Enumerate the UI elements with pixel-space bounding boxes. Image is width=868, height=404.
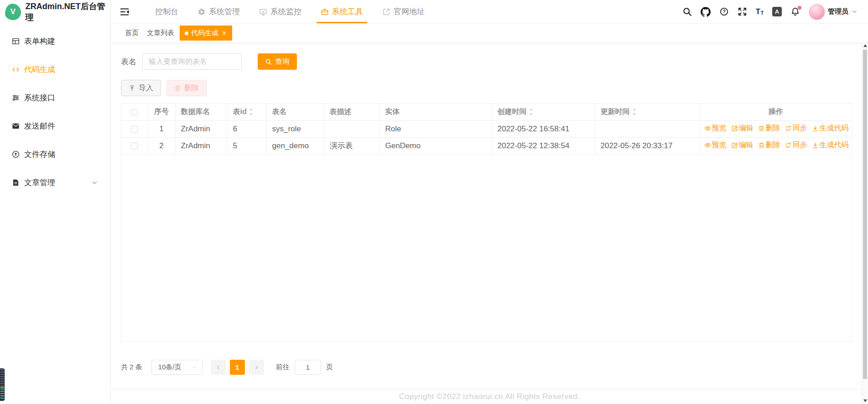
data-table: 序号 数据库名 表id 表名 表描述 实体 创建时间 更新时间 操作	[121, 103, 852, 342]
sliders-icon	[11, 93, 20, 102]
navbar-tools: ? TT A 管理员	[682, 4, 858, 20]
tab-home[interactable]: 首页	[122, 26, 141, 40]
upload-icon	[129, 85, 135, 92]
delete-button[interactable]: 删除	[166, 80, 207, 96]
generate-code-link[interactable]: 生成代码	[812, 124, 849, 133]
nav-item-label: 官网地址	[394, 6, 425, 17]
font-size-glyph-small: T	[761, 11, 764, 16]
goto-unit: 页	[326, 363, 333, 372]
pagination: 共 2 条 10条/页 1 前往 页	[121, 360, 852, 375]
cell-created-at: 2022-05-22 12:38:54	[492, 137, 595, 154]
sidebar: V ZRAdmin.NET后台管理 表单构建 代码生成 系统接口 发送邮件	[0, 0, 111, 404]
nav-item-system-management[interactable]: 系统管理	[188, 0, 249, 23]
trash-icon	[758, 125, 765, 132]
query-button[interactable]: 查询	[258, 53, 297, 70]
table-toolbar: 导入 删除	[121, 80, 852, 96]
sidebar-item-label: 文章管理	[24, 177, 55, 188]
scroll-down-arrow[interactable]	[863, 399, 867, 402]
main-area: 控制台 系统管理 系统监控 系统工具 官网地址	[111, 0, 868, 404]
tab-bar: 首页 文章列表 代码生成	[111, 23, 868, 42]
select-all-checkbox[interactable]	[131, 109, 138, 116]
trash-icon	[174, 85, 181, 92]
col-seq: 序号	[148, 104, 175, 120]
sidebar-item-code-generation[interactable]: 代码生成	[0, 55, 110, 83]
fullscreen-icon[interactable]	[738, 7, 747, 16]
preview-link[interactable]: 预览	[704, 140, 727, 150]
nav-item-system-monitor[interactable]: 系统监控	[249, 0, 311, 23]
chevron-down-icon	[91, 179, 99, 186]
nav-item-system-tools[interactable]: 系统工具	[311, 0, 373, 23]
nav-item-console[interactable]: 控制台	[146, 0, 188, 23]
row-checkbox[interactable]	[131, 126, 138, 133]
col-updated-at[interactable]: 更新时间	[595, 104, 700, 120]
cell-entity: Role	[379, 120, 492, 137]
nav-item-official-site[interactable]: 官网地址	[373, 0, 434, 23]
cell-updated-at	[595, 120, 700, 137]
help-icon[interactable]: ?	[719, 7, 729, 16]
scrollbar-thumb[interactable]	[863, 50, 867, 379]
logo-icon: V	[5, 4, 21, 20]
vertical-scrollbar[interactable]	[862, 42, 868, 404]
cell-table-id: 5	[227, 137, 266, 154]
copyright-text: Copyright ©2022 izhaorui.cn All Rights R…	[399, 392, 580, 401]
font-size-glyph-large: T	[756, 8, 760, 16]
cloud-upload-icon	[11, 150, 20, 159]
mail-icon	[11, 122, 20, 130]
scroll-up-arrow[interactable]	[863, 44, 867, 47]
prev-page-button[interactable]	[211, 360, 226, 375]
col-table-id[interactable]: 表id	[227, 104, 266, 120]
sort-icon[interactable]	[529, 108, 534, 116]
sort-icon[interactable]	[249, 108, 254, 116]
sidebar-item-send-mail[interactable]: 发送邮件	[0, 112, 110, 140]
sidebar-item-system-api[interactable]: 系统接口	[0, 83, 110, 112]
preview-link[interactable]: 预览	[704, 124, 727, 133]
download-icon	[812, 125, 819, 132]
cell-seq: 1	[148, 120, 175, 137]
sidebar-item-file-storage[interactable]: 文件存储	[0, 140, 110, 168]
page-size-select[interactable]: 10条/页	[151, 360, 203, 375]
active-dot-icon	[185, 31, 188, 35]
font-size-icon[interactable]: TT	[756, 8, 764, 16]
sidebar-item-article-management[interactable]: 文章管理	[0, 168, 110, 197]
language-icon[interactable]: A	[772, 7, 782, 16]
sidebar-collapse-icon[interactable]	[119, 6, 130, 17]
sync-link[interactable]: 同步	[785, 124, 807, 133]
import-button[interactable]: 导入	[121, 80, 161, 96]
widget-teal-stripes	[0, 388, 4, 400]
sync-link[interactable]: 同步	[785, 140, 807, 150]
tab-code-generation[interactable]: 代码生成	[180, 26, 232, 41]
app-logo[interactable]: V ZRAdmin.NET后台管理	[0, 0, 110, 23]
sidebar-item-form-builder[interactable]: 表单构建	[0, 27, 110, 55]
content: 表名 查询 导入 删除	[111, 42, 868, 389]
next-page-button[interactable]	[249, 360, 264, 375]
cell-updated-at: 2022-05-26 20:33:17	[595, 137, 700, 154]
edit-link[interactable]: 编辑	[731, 140, 754, 150]
row-checkbox[interactable]	[131, 143, 138, 150]
tab-article-list[interactable]: 文章列表	[144, 26, 177, 40]
delete-link[interactable]: 删除	[758, 140, 780, 150]
select-all-header[interactable]	[121, 104, 148, 120]
cell-table-id: 6	[227, 120, 266, 137]
delete-link[interactable]: 删除	[758, 124, 780, 133]
tab-label: 代码生成	[191, 29, 218, 37]
table-name-input[interactable]	[142, 53, 242, 70]
github-icon[interactable]	[701, 7, 711, 17]
search-icon	[265, 58, 272, 65]
close-icon[interactable]	[221, 30, 227, 36]
user-menu[interactable]: 管理员	[809, 4, 858, 20]
sidebar-item-label: 发送邮件	[24, 121, 55, 131]
sidebar-item-label: 文件存储	[24, 149, 55, 160]
search-icon[interactable]	[682, 7, 692, 16]
sort-icon[interactable]	[632, 108, 637, 116]
goto-page-input[interactable]	[295, 360, 321, 375]
user-name: 管理员	[828, 7, 848, 16]
notification-bell-icon[interactable]	[790, 7, 800, 16]
col-created-at[interactable]: 创建时间	[492, 104, 595, 120]
generate-code-link[interactable]: 生成代码	[812, 140, 849, 150]
page-size-value: 10条/页	[158, 363, 182, 372]
document-icon	[11, 178, 20, 187]
nav-item-label: 系统工具	[332, 6, 363, 17]
edit-link[interactable]: 编辑	[731, 124, 754, 133]
top-navbar: 控制台 系统管理 系统监控 系统工具 官网地址	[111, 0, 868, 23]
page-number-button[interactable]: 1	[230, 360, 245, 375]
